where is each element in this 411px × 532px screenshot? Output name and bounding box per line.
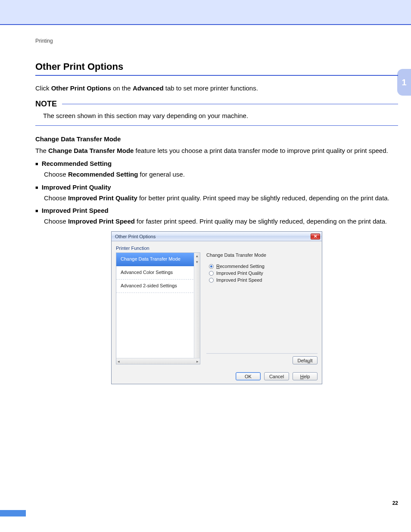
ok-button[interactable]: OK (236, 372, 261, 380)
default-button[interactable]: Default (293, 356, 318, 364)
option-item: Recommended SettingChoose Recommended Se… (35, 160, 398, 179)
scrollbar-vertical[interactable]: ▴ ▾ (194, 253, 200, 358)
top-band (0, 0, 411, 25)
option-item: Improved Print SpeedChoose Improved Prin… (35, 207, 398, 226)
scrollbar-horizontal[interactable]: ◂ ▸ (116, 358, 200, 364)
section-heading: Other Print Options (35, 61, 398, 76)
radio-group-transfer-mode: Recommended SettingImproved Print Qualit… (206, 262, 318, 284)
function-listbox[interactable]: Change Data Transfer ModeAdvanced Color … (116, 252, 200, 364)
note-label: NOTE (35, 100, 57, 109)
scroll-left-icon: ◂ (118, 359, 120, 364)
panel-title: Change Data Transfer Mode (206, 252, 318, 258)
option-desc: Choose Recommended Setting for general u… (44, 170, 398, 179)
page-number: 22 (392, 500, 398, 506)
option-title: Improved Print Speed (35, 207, 398, 214)
radio-label: Improved Print Speed (216, 277, 262, 283)
note-body: The screen shown in this section may var… (35, 109, 398, 125)
footer-accent-bar (0, 510, 26, 516)
note-block: NOTE The screen shown in this section ma… (35, 100, 398, 126)
list-item[interactable]: Advanced Color Settings (116, 266, 200, 280)
radio-icon (209, 264, 214, 269)
help-button[interactable]: Help (293, 372, 318, 380)
radio-option[interactable]: Recommended Setting (209, 264, 318, 269)
subsection-heading: Change Data Transfer Mode (35, 135, 398, 143)
radio-label: Recommended Setting (216, 264, 265, 269)
scroll-down-icon: ▾ (194, 259, 200, 265)
list-item[interactable]: Advanced 2-sided Settings (116, 280, 200, 293)
radio-label: Improved Print Quality (216, 271, 263, 276)
option-desc: Choose Improved Print Quality for better… (44, 193, 398, 203)
radio-option[interactable]: Improved Print Quality (209, 271, 318, 276)
scroll-right-icon: ▸ (196, 359, 199, 364)
note-rule-bottom (35, 125, 398, 126)
option-title: Recommended Setting (35, 160, 398, 167)
close-icon: ✕ (314, 234, 317, 239)
subsection-desc: The Change Data Transfer Mode feature le… (35, 146, 398, 156)
option-title: Improved Print Quality (35, 184, 398, 191)
intro-paragraph: Click Other Print Options on the Advance… (35, 84, 398, 93)
radio-option[interactable]: Improved Print Speed (209, 277, 318, 283)
option-list: Recommended SettingChoose Recommended Se… (35, 160, 398, 226)
dialog-other-print-options: Other Print Options ✕ Printer Function C… (111, 231, 322, 384)
running-head: Printing (35, 38, 398, 44)
option-desc: Choose Improved Print Speed for faster p… (44, 217, 398, 226)
list-item[interactable]: Change Data Transfer Mode (116, 253, 200, 266)
cancel-button[interactable]: Cancel (264, 372, 289, 380)
panel-divider (206, 353, 318, 354)
note-rule-top (62, 104, 398, 104)
close-button[interactable]: ✕ (311, 233, 320, 240)
dialog-title: Other Print Options (115, 234, 156, 239)
radio-icon (209, 278, 214, 283)
radio-icon (209, 271, 214, 276)
group-label: Printer Function (116, 246, 318, 251)
option-item: Improved Print QualityChoose Improved Pr… (35, 184, 398, 203)
scroll-up-icon: ▴ (194, 253, 200, 259)
